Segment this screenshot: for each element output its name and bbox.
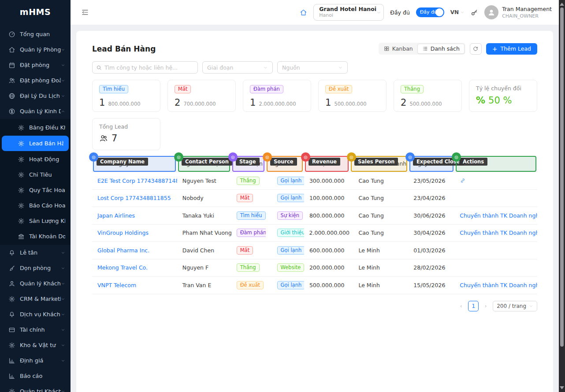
sidebar-item-label: Quản lý Khách ... bbox=[20, 280, 61, 287]
sidebar-item-label: Sản Lượng Kin... bbox=[29, 218, 65, 224]
cell-revenue: 800.000.000 bbox=[304, 212, 350, 219]
user-menu[interactable]: Tran Management CHAIN_OWNER bbox=[484, 5, 552, 19]
company-link[interactable]: VinGroup Holdings bbox=[97, 229, 149, 236]
expected-close-date: 30/04/2026 bbox=[413, 229, 445, 236]
add-lead-button[interactable]: + Thêm Lead bbox=[486, 43, 537, 55]
sidebar-item-le-tan[interactable]: Lễ tân bbox=[0, 245, 71, 260]
sidebar-item-quan-ly-phong[interactable]: Quản lý Phòng bbox=[0, 42, 71, 57]
sidebar-item-quan-ly-khach[interactable]: Quản lý Khách ... bbox=[0, 276, 71, 291]
sidebar-item-bang-dieu-khien[interactable]: Bảng Điều Khiển bbox=[0, 120, 71, 135]
header-right: Grand Hotel Hanoi Hanoi Đầy đủ Đầy đủ VN… bbox=[300, 4, 552, 21]
language-select[interactable]: VN bbox=[450, 9, 465, 15]
sidebar-item-tai-chinh[interactable]: Tài chính bbox=[0, 322, 71, 337]
table-row: Global Pharma Inc.David ChenMấtGọi lạnh6… bbox=[92, 242, 537, 259]
cell-stage: Đề xuất bbox=[231, 281, 266, 289]
chevron-down-icon bbox=[61, 251, 65, 255]
company-link[interactable]: Lost Corp 1774348811855 bbox=[97, 195, 171, 201]
prev-page-button[interactable]: ‹ bbox=[457, 303, 465, 309]
cell-sales: Le Minh bbox=[349, 264, 408, 271]
avatar[interactable] bbox=[484, 5, 498, 19]
search-input[interactable] bbox=[104, 64, 194, 71]
stage-filter-select[interactable]: Giai đoạn bbox=[202, 61, 273, 74]
next-page-button[interactable]: › bbox=[482, 303, 489, 309]
scroll-up-arrow[interactable] bbox=[560, 3, 564, 6]
stat-value: 2.000.000.000 bbox=[259, 101, 296, 107]
sidebar-item-dich-vu-khach[interactable]: Dịch vụ Khách bbox=[0, 307, 71, 322]
convert-link-icon[interactable] bbox=[460, 178, 532, 184]
home-icon[interactable] bbox=[300, 9, 307, 16]
cell-contact: David Chen bbox=[177, 247, 231, 254]
scroll-down-arrow[interactable] bbox=[560, 386, 564, 389]
sidebar-item-label: Tài Khoản Doa... bbox=[29, 233, 65, 240]
cell-revenue: 2.000.000.000 bbox=[304, 229, 350, 236]
page-size-select[interactable]: 200 / trang bbox=[493, 301, 537, 311]
company-link[interactable]: Mekong Travel Co. bbox=[97, 264, 148, 271]
sidebar-item-quan-ly-kinh-doanh[interactable]: Quản Lý Kinh D... bbox=[0, 104, 71, 119]
sidebar-item-tai-khoan-doanh-nghiep[interactable]: Tài Khoản Doa... bbox=[0, 229, 71, 244]
convert-to-account-link[interactable]: Chuyển thành TK Doanh nghiệp bbox=[460, 212, 537, 219]
source-filter-select[interactable]: Nguồn bbox=[277, 61, 348, 74]
cell-stage: Thắng bbox=[231, 263, 266, 272]
key-icon[interactable] bbox=[471, 9, 478, 16]
sidebar-item-don-phong[interactable]: Dọn phòng bbox=[0, 260, 71, 276]
sidebar-item-hoat-dong[interactable]: Hoạt Động bbox=[0, 152, 71, 167]
page-number-button[interactable]: 1 bbox=[468, 301, 479, 311]
sidebar-item-dat-phong-doan[interactable]: Đặt phòng Đoàn bbox=[0, 73, 71, 88]
contact-name: Nguyen F bbox=[182, 264, 208, 271]
hotel-select[interactable]: Grand Hotel Hanoi Hanoi bbox=[313, 4, 384, 21]
stage-badge: Tìm hiểu bbox=[99, 85, 128, 93]
gear-icon bbox=[18, 187, 25, 194]
cell-revenue: 200.000.000 bbox=[304, 264, 350, 271]
convert-to-account-link[interactable]: Chuyển thành TK Doanh nghiệp bbox=[460, 282, 537, 288]
gauge-icon bbox=[8, 31, 15, 38]
chevron-down-icon bbox=[61, 297, 65, 301]
cell-stage: Mất bbox=[231, 194, 266, 202]
sidebar-item-chi-tieu[interactable]: Chỉ Tiêu bbox=[0, 167, 71, 182]
sidebar-item-tong-quan[interactable]: Tổng quan bbox=[0, 26, 71, 42]
leads-panel: Lead Bán Hàng Kanban Danh sách + bbox=[76, 31, 553, 392]
annotation-marker-icon: ◎ bbox=[405, 152, 415, 162]
table-row: Lost Corp 1774348811855NobodyMấtGọi lạnh… bbox=[92, 190, 537, 207]
sidebar-item-dai-ly-du-lich[interactable]: Đại Lý Du Lịch bbox=[0, 88, 71, 104]
sidebar-item-quy-tac-hoa-hong[interactable]: Quy Tắc Hoa H... bbox=[0, 182, 71, 198]
home-icon bbox=[8, 46, 15, 53]
vertical-scrollbar[interactable] bbox=[559, 0, 565, 392]
sidebar-item-bao-cao-hoa-hong[interactable]: Báo Cáo Hoa ... bbox=[0, 198, 71, 213]
stage-tag: Tìm hiểu bbox=[237, 211, 266, 220]
cell-contact: Nobody bbox=[177, 195, 231, 201]
company-link[interactable]: E2E Test Corp 1774348871487 bbox=[97, 178, 177, 184]
mode-toggle[interactable]: Đầy đủ bbox=[416, 7, 444, 17]
annotation-label: Stage bbox=[236, 158, 260, 166]
stats-row-1: Tìm hiểu1800.000.000Mất2700.000.000Đàm p… bbox=[92, 80, 537, 112]
sidebar-item-quan-tri-khach[interactable]: Quản trị Khách ... bbox=[0, 384, 71, 392]
sidebar-item-san-luong-kinh-doanh[interactable]: Sản Lượng Kin... bbox=[0, 213, 71, 229]
sidebar-item-label: Dọn phòng bbox=[20, 265, 61, 271]
user-group-icon bbox=[99, 134, 108, 143]
contact-name: Tran Van E bbox=[182, 282, 212, 288]
company-link[interactable]: VNPT Telecom bbox=[97, 282, 136, 288]
scrollbar-thumb[interactable] bbox=[560, 7, 564, 347]
sidebar-item-crm-marketing[interactable]: CRM & Marketi... bbox=[0, 291, 71, 307]
list-view-button[interactable]: Danh sách bbox=[417, 44, 465, 54]
sidebar-item-lead-ban-hang[interactable]: Lead Bán Hàng bbox=[2, 136, 69, 151]
cell-source: Sự kiện bbox=[266, 211, 304, 220]
revenue-value: 500.000.000 bbox=[309, 282, 345, 288]
menu-fold-icon[interactable] bbox=[81, 8, 89, 16]
cell-contact: Tanaka Yuki bbox=[177, 212, 231, 219]
company-link[interactable]: Global Pharma Inc. bbox=[97, 247, 149, 254]
user-group-icon bbox=[99, 134, 108, 143]
cell-source: Gọi lạnh bbox=[266, 177, 304, 185]
refresh-button[interactable] bbox=[470, 43, 482, 55]
sidebar-item-dinh-gia[interactable]: Định giá bbox=[0, 353, 71, 368]
kanban-view-button[interactable]: Kanban bbox=[379, 44, 417, 54]
sidebar-item-bao-cao[interactable]: Báo cáo bbox=[0, 368, 71, 384]
chevron-down-icon bbox=[61, 312, 65, 317]
main-content: Lead Bán Hàng Kanban Danh sách + bbox=[71, 25, 559, 392]
sidebar-item-label: Lễ tân bbox=[20, 249, 61, 256]
convert-to-account-link[interactable]: Chuyển thành TK Doanh nghiệp bbox=[460, 229, 537, 236]
chevron-down-icon bbox=[61, 94, 65, 98]
company-link[interactable]: Japan Airlines bbox=[97, 212, 135, 219]
sidebar-item-dat-phong[interactable]: Đặt phòng bbox=[0, 57, 71, 73]
chevron-down-icon bbox=[61, 359, 65, 363]
sidebar-item-kho-vat-tu[interactable]: Kho & Vật tư bbox=[0, 337, 71, 353]
